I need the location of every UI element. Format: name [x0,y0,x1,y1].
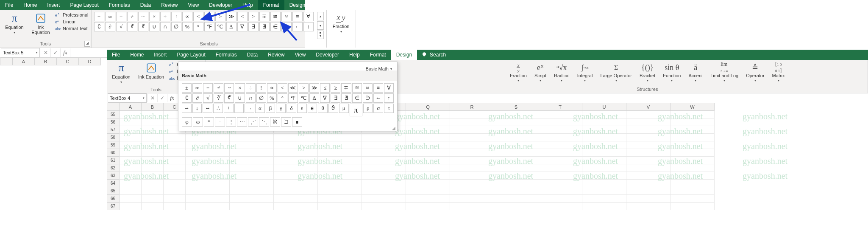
cell[interactable] [274,141,318,149]
cell[interactable] [538,164,582,172]
symbol-cell[interactable]: ∩ [160,22,170,31]
cell[interactable] [450,172,494,180]
symbol-cell[interactable]: ∇ [320,93,330,103]
symbol-cell[interactable]: ≤ [237,12,248,21]
cell[interactable] [120,126,142,134]
cancel-formula[interactable]: ✕ [147,94,157,102]
symbol-cell[interactable]: ← [373,93,383,103]
cell[interactable] [538,187,582,195]
cell[interactable] [582,203,626,210]
tab-file[interactable]: File [0,0,18,10]
cell[interactable] [164,195,186,203]
cell[interactable] [450,111,494,118]
symbol-cell[interactable]: ≪ [204,12,214,21]
cell[interactable] [120,141,142,149]
cell[interactable] [120,164,142,172]
symbol-cell[interactable]: ∴ [213,104,223,113]
cell[interactable] [494,164,538,172]
symbol-cell[interactable]: ε [297,104,307,113]
cell[interactable] [494,187,538,195]
tab-developer[interactable]: Developer [204,0,237,10]
cell[interactable] [582,134,626,141]
cell[interactable] [670,203,715,210]
symbol-cell[interactable]: ↓ [192,104,202,113]
cell[interactable] [406,141,450,149]
search-box[interactable]: Search [417,50,450,60]
cell[interactable] [318,157,362,164]
cell[interactable] [626,180,670,187]
symbol-cell[interactable]: θ [318,104,328,113]
cell[interactable] [450,134,494,141]
cell[interactable] [626,149,670,157]
normal-text-option[interactable]: abc Normal Text [55,25,89,31]
cell[interactable] [450,180,494,187]
structure-operator[interactable]: ≜Operator▾ [743,62,767,83]
cell[interactable] [142,164,164,172]
cell[interactable] [230,164,274,172]
cell[interactable] [186,187,230,195]
symbol-cell[interactable]: ℃ [299,93,309,103]
insert-function[interactable]: fx [167,94,177,102]
column-header[interactable]: A [13,58,35,65]
enter-formula[interactable]: ✓ [157,94,167,102]
cell[interactable] [362,195,406,203]
cell[interactable] [120,187,142,195]
symbol-pi[interactable]: π [350,104,362,116]
symbol-cell[interactable]: ¬ [245,104,254,113]
cell[interactable] [186,149,230,157]
cell[interactable] [626,134,670,141]
tab-home[interactable]: Home [18,0,42,10]
cell[interactable] [626,141,670,149]
cell[interactable] [582,111,626,118]
tab-page-layout[interactable]: Page Layout [172,50,210,60]
cell[interactable] [164,149,186,157]
cell[interactable] [406,164,450,172]
symbol-cell[interactable]: ≠ [214,83,223,93]
symbol-cell[interactable]: ≫ [226,12,236,21]
symbol-cell[interactable]: ρ [363,104,373,113]
row-header[interactable]: 60 [107,149,120,157]
symbol-cell[interactable]: ↑ [303,22,314,31]
cell[interactable] [274,187,318,195]
tab-design[interactable]: Design [391,50,417,60]
symbol-cell[interactable]: ≪ [288,83,298,93]
symbol-cell[interactable]: ∄ [341,93,351,103]
cell[interactable] [274,134,318,141]
tab-formulas[interactable]: Formulas [211,50,242,60]
symbol-cell[interactable]: ! [171,12,181,21]
row-header[interactable]: 63 [107,172,120,180]
cell[interactable] [406,126,450,134]
symbol-cell[interactable]: ± [182,83,192,93]
row-header[interactable]: 61 [107,157,120,164]
cell[interactable] [164,157,186,164]
structure-limit-and-log[interactable]: limn→∞Limit and Log▾ [708,62,741,83]
cell[interactable] [406,134,450,141]
cell[interactable] [450,195,494,203]
cell[interactable] [494,118,538,126]
symbol-cell[interactable]: ∁ [94,22,104,31]
symbol-cell[interactable]: ∄ [259,22,270,31]
resize-handle[interactable]: ◢ [392,126,396,130]
cell[interactable] [274,149,318,157]
cell[interactable] [120,180,142,187]
cell[interactable] [494,141,538,149]
cell[interactable] [626,118,670,126]
cell[interactable] [362,134,406,141]
symbol-cell[interactable]: ∩ [246,93,256,103]
symbol-cell[interactable]: ∛ [214,93,223,103]
cell[interactable] [230,134,274,141]
cell[interactable] [362,164,406,172]
cell[interactable] [362,203,406,210]
cell[interactable] [582,187,626,195]
cell[interactable] [230,157,274,164]
tab-insert[interactable]: Insert [42,0,65,10]
symbol-cell[interactable]: ≡ [292,12,303,21]
symbol-cell[interactable]: ° [278,93,287,103]
cell[interactable] [538,172,582,180]
symbol-cell[interactable]: × [235,83,245,93]
tab-page-layout[interactable]: Page Layout [65,0,103,10]
cell[interactable] [582,172,626,180]
cell[interactable] [142,187,164,195]
row-header[interactable]: 59 [107,141,120,149]
cell[interactable] [626,203,670,210]
